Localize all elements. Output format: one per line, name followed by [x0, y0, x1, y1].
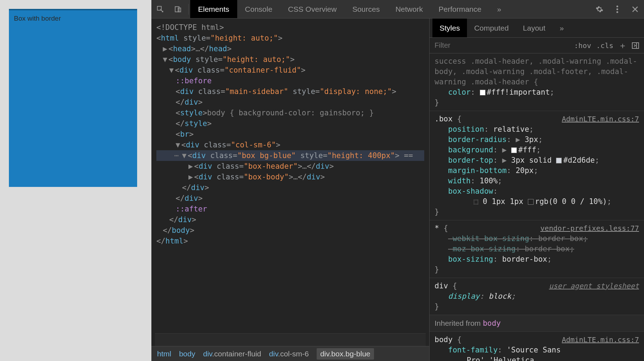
- dom-node[interactable]: </style>: [156, 118, 424, 129]
- devtools-window: Elements Console CSS Overview Sources Ne…: [151, 0, 644, 361]
- kebab-menu-icon[interactable]: [608, 0, 626, 19]
- dom-node-selected[interactable]: ⋯▼<div class="box bg-blue" style="height…: [156, 150, 424, 161]
- dom-node[interactable]: </body>: [156, 225, 424, 236]
- tab-layout[interactable]: Layout: [516, 19, 552, 37]
- hov-toggle[interactable]: :hov: [574, 41, 591, 50]
- dom-tree[interactable]: <!DOCTYPE html> <html style="height: aut…: [151, 19, 429, 333]
- svg-point-4: [617, 8, 618, 10]
- dom-node[interactable]: ▶<head>…</head>: [156, 43, 424, 54]
- dom-search-bar[interactable]: [155, 333, 426, 346]
- collapse-icon[interactable]: ▼: [176, 140, 181, 150]
- dom-node[interactable]: </div>: [156, 182, 424, 193]
- dom-node[interactable]: </div>: [156, 214, 424, 225]
- styles-rules[interactable]: success .modal-header, .modal-warning .m…: [430, 53, 644, 361]
- css-rule[interactable]: AdminLTE.min.css:7 .box { position: rela…: [430, 111, 644, 220]
- expand-icon[interactable]: ▶: [163, 43, 168, 54]
- crumb-col[interactable]: div.col-sm-6: [269, 350, 309, 358]
- dom-node[interactable]: ▶<div class="box-header">…</div>: [156, 161, 424, 172]
- css-rule[interactable]: success .modal-header, .modal-warning .m…: [430, 53, 644, 111]
- dom-pseudo[interactable]: ::before: [156, 75, 424, 86]
- collapse-icon[interactable]: ▼: [182, 150, 188, 161]
- collapse-icon[interactable]: ▼: [163, 54, 168, 65]
- dom-node[interactable]: <html style="height: auto;">: [156, 33, 424, 43]
- svg-point-5: [617, 11, 618, 13]
- dom-node[interactable]: <div class="main-sidebar" style="display…: [156, 86, 424, 97]
- cls-toggle[interactable]: .cls: [596, 41, 613, 50]
- svg-rect-2: [178, 8, 181, 12]
- dom-node[interactable]: ▼<div class="container-fluid">: [156, 65, 424, 75]
- svg-point-3: [617, 5, 618, 7]
- settings-icon[interactable]: [591, 0, 608, 19]
- collapse-icon[interactable]: ▼: [169, 65, 175, 75]
- preview-box-header: Box with border: [9, 10, 137, 27]
- tab-console[interactable]: Console: [237, 0, 280, 18]
- styles-tabs: Styles Computed Layout »: [430, 19, 644, 38]
- tab-styles[interactable]: Styles: [432, 19, 467, 37]
- css-rule[interactable]: AdminLTE.min.css:7 body { font-family: '…: [430, 332, 644, 361]
- device-toggle-icon[interactable]: [169, 0, 187, 19]
- styles-filter-input[interactable]: [435, 41, 569, 49]
- crumb-box[interactable]: div.box.bg-blue: [317, 348, 374, 360]
- inherited-separator: Inherited from body: [430, 315, 644, 332]
- source-link[interactable]: AdminLTE.min.css:7: [562, 114, 639, 124]
- crumb-container[interactable]: div.container-fluid: [203, 350, 261, 358]
- css-rule[interactable]: vendor-prefixes.less:77 * { -webkit-box-…: [430, 220, 644, 278]
- expand-icon[interactable]: ▶: [188, 172, 194, 182]
- devtools-tabs: Elements Console CSS Overview Sources Ne…: [190, 0, 509, 18]
- dom-node[interactable]: ▼<body style="height: auto;">: [156, 54, 424, 65]
- devtools-toolbar: Elements Console CSS Overview Sources Ne…: [151, 0, 644, 19]
- dom-pseudo[interactable]: ::after: [156, 204, 424, 214]
- dom-node[interactable]: ▶<div class="box-body">…</div>: [156, 172, 424, 182]
- svg-rect-1: [175, 6, 179, 12]
- source-link: user agent stylesheet: [549, 281, 639, 291]
- styles-panel: Styles Computed Layout » :hov .cls ＋ suc…: [429, 19, 644, 361]
- source-link[interactable]: vendor-prefixes.less:77: [540, 223, 639, 234]
- source-link[interactable]: AdminLTE.min.css:7: [562, 335, 639, 345]
- inspect-icon[interactable]: [151, 0, 169, 19]
- styles-filter-bar: :hov .cls ＋: [430, 38, 644, 53]
- dom-node[interactable]: <style>body { background-color: gainsbor…: [156, 108, 424, 118]
- breadcrumb: html body div.container-fluid div.col-sm…: [151, 346, 429, 361]
- dom-node[interactable]: ▼<div class="col-sm-6">: [156, 140, 424, 150]
- tab-sources[interactable]: Sources: [344, 0, 388, 18]
- tab-css-overview[interactable]: CSS Overview: [280, 0, 345, 18]
- styles-tabs-overflow-icon[interactable]: »: [552, 19, 571, 37]
- preview-box[interactable]: Box with border: [9, 9, 137, 187]
- dom-node[interactable]: </html>: [156, 236, 424, 246]
- tab-elements[interactable]: Elements: [190, 0, 237, 18]
- elements-dom-panel: <!DOCTYPE html> <html style="height: aut…: [151, 19, 429, 361]
- dom-node[interactable]: </div>: [156, 193, 424, 204]
- tab-network[interactable]: Network: [388, 0, 431, 18]
- new-rule-icon[interactable]: ＋: [618, 40, 627, 51]
- more-actions-icon[interactable]: ⋯: [174, 150, 179, 161]
- crumb-body[interactable]: body: [179, 350, 196, 358]
- page-preview: Box with border: [0, 0, 151, 361]
- crumb-html[interactable]: html: [157, 350, 171, 358]
- expand-icon[interactable]: ▶: [188, 161, 194, 172]
- dom-node[interactable]: <!DOCTYPE html>: [156, 22, 424, 33]
- close-icon[interactable]: [626, 0, 644, 19]
- dom-node[interactable]: </div>: [156, 97, 424, 108]
- tab-computed[interactable]: Computed: [467, 19, 516, 37]
- sidebar-toggle-icon[interactable]: [632, 42, 639, 49]
- tab-performance[interactable]: Performance: [431, 0, 489, 18]
- dom-node[interactable]: <br>: [156, 129, 424, 140]
- tabs-overflow-icon[interactable]: »: [489, 0, 509, 18]
- css-rule[interactable]: user agent stylesheet div { display: blo…: [430, 278, 644, 315]
